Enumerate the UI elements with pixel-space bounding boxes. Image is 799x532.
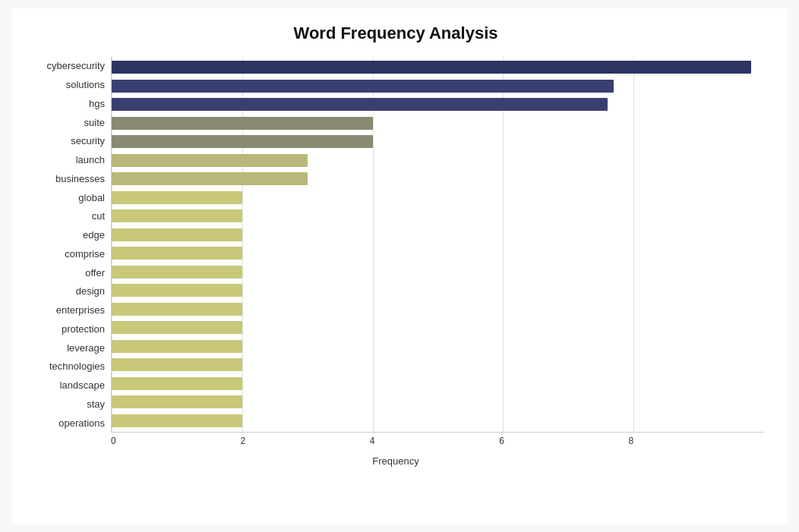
- bar: [112, 340, 242, 353]
- bar: [112, 358, 242, 371]
- bars-inner: [112, 57, 764, 432]
- y-label: edge: [83, 230, 105, 240]
- y-label: operations: [58, 418, 105, 428]
- bar: [112, 191, 242, 204]
- bar-row: [112, 96, 764, 115]
- bar-row: [112, 207, 764, 226]
- bar-row: [112, 170, 764, 189]
- bar-row: [112, 225, 764, 244]
- y-label: cut: [92, 211, 105, 221]
- bar: [112, 284, 242, 297]
- bar: [112, 321, 242, 334]
- bar-row: [112, 337, 764, 356]
- bar-row: [112, 114, 764, 133]
- bar-row: [112, 77, 764, 96]
- bar-row: [112, 374, 764, 393]
- bar-row: [112, 263, 764, 282]
- x-tick-label: 2: [240, 436, 245, 446]
- bar-row: [112, 411, 764, 430]
- bar: [112, 135, 373, 148]
- bar-row: [112, 300, 764, 319]
- x-tick-label: 0: [111, 436, 116, 446]
- y-labels: cybersecuritysolutionshgssuitesecurityla…: [27, 57, 111, 433]
- y-label: hgs: [89, 99, 105, 109]
- x-tick-label: 6: [499, 436, 504, 446]
- bar: [112, 303, 242, 316]
- y-label: launch: [76, 155, 105, 165]
- y-label: comprise: [65, 249, 105, 259]
- y-label: solutions: [66, 80, 105, 90]
- bar: [112, 154, 308, 167]
- y-label: offer: [85, 268, 105, 278]
- bar-row: [112, 188, 764, 207]
- bar-row: [112, 244, 764, 263]
- x-tick-label: 8: [629, 436, 634, 446]
- y-label: security: [71, 136, 105, 146]
- bar: [112, 228, 242, 241]
- y-label: cybersecurity: [46, 61, 105, 71]
- x-axis-labels: 02468: [117, 436, 764, 451]
- bar-row: [112, 151, 764, 170]
- bar: [112, 80, 614, 93]
- bar: [112, 377, 242, 390]
- y-label: technologies: [49, 361, 105, 371]
- y-label: landscape: [60, 380, 105, 390]
- bar-row: [112, 58, 764, 77]
- x-tick-label: 4: [370, 436, 375, 446]
- bar: [112, 395, 242, 408]
- bar: [112, 247, 242, 260]
- bar-row: [112, 319, 764, 338]
- y-label: businesses: [55, 174, 105, 184]
- bar-row: [112, 282, 764, 301]
- bar: [112, 61, 751, 74]
- bar-row: [112, 393, 764, 412]
- y-label: suite: [84, 118, 105, 127]
- bars-and-grid: [111, 57, 764, 433]
- chart-title: Word Frequency Analysis: [27, 24, 764, 43]
- bar-row: [112, 133, 764, 152]
- x-axis-title: Frequency: [27, 455, 764, 467]
- y-label: protection: [62, 324, 105, 334]
- bar: [112, 209, 242, 222]
- chart-area: cybersecuritysolutionshgssuitesecurityla…: [27, 57, 764, 467]
- bars-section: cybersecuritysolutionshgssuitesecurityla…: [27, 57, 764, 433]
- bar: [112, 172, 308, 185]
- bar-row: [112, 356, 764, 375]
- chart-container: Word Frequency Analysis cybersecuritysol…: [12, 8, 787, 524]
- y-label: global: [78, 193, 105, 203]
- bar: [112, 117, 373, 130]
- y-label: design: [76, 286, 105, 296]
- y-label: stay: [87, 399, 105, 409]
- bar: [112, 98, 608, 111]
- y-label: leverage: [67, 343, 105, 353]
- bar: [112, 266, 242, 279]
- y-label: enterprises: [56, 305, 105, 315]
- bar: [112, 414, 242, 427]
